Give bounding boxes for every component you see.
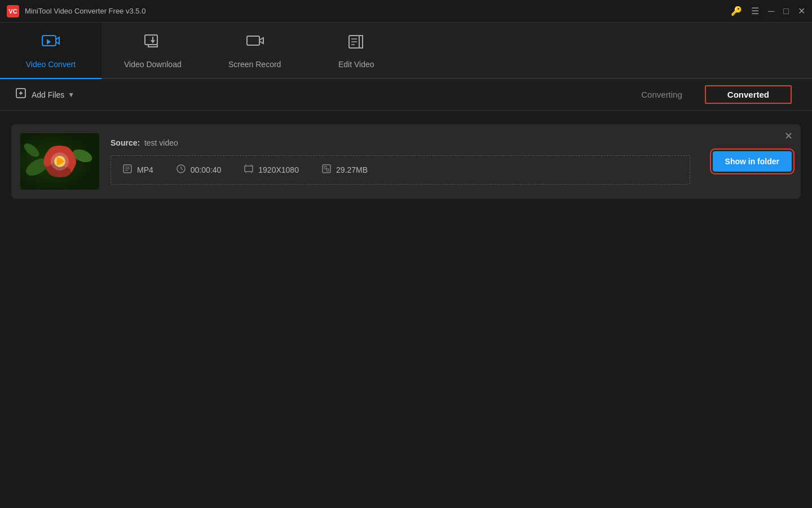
converted-tab-button[interactable]: Converted (705, 85, 792, 104)
format-icon (122, 164, 133, 176)
converting-tab-button[interactable]: Converting (619, 85, 705, 104)
toolbar: Add Files ▼ Converting Converted (0, 79, 812, 111)
tab-edit-video-label: Edit Video (338, 60, 374, 69)
svg-line-29 (181, 169, 183, 170)
add-files-label: Add Files (32, 90, 64, 99)
duration-detail: 00:00:40 (176, 164, 244, 176)
file-thumbnail (20, 133, 99, 190)
video-download-icon (143, 32, 162, 55)
close-card-button[interactable]: ✕ (784, 131, 793, 141)
maximize-icon[interactable]: □ (783, 6, 789, 16)
close-icon[interactable]: ✕ (798, 6, 805, 16)
resolution-value: 1920X1080 (258, 165, 299, 174)
menu-icon[interactable]: ☰ (751, 6, 759, 16)
key-icon[interactable]: 🔑 (731, 6, 742, 16)
tab-edit-video[interactable]: Edit Video (306, 23, 407, 78)
format-value: MP4 (137, 165, 153, 174)
size-icon (321, 164, 332, 176)
tab-switcher: Converting Converted (619, 85, 792, 104)
tab-screen-record[interactable]: Screen Record (204, 23, 306, 78)
svg-rect-36 (324, 167, 326, 169)
show-in-folder-button[interactable]: Show in folder (713, 151, 792, 172)
app-logo: VC (7, 5, 19, 17)
window-controls: 🔑 ☰ ─ □ ✕ (731, 6, 805, 16)
video-convert-icon (41, 32, 60, 55)
svg-rect-37 (326, 169, 329, 171)
svg-rect-30 (245, 166, 253, 172)
add-files-icon (16, 87, 28, 102)
tab-video-convert[interactable]: Video Convert (0, 23, 102, 79)
minimize-icon[interactable]: ─ (768, 6, 774, 16)
add-files-dropdown-icon[interactable]: ▼ (68, 91, 74, 99)
title-bar: VC MiniTool Video Converter Free v3.5.0 … (0, 0, 812, 23)
add-files-button[interactable]: Add Files ▼ (9, 82, 81, 107)
resolution-detail: 1920X1080 (244, 164, 321, 176)
source-label: Source: (111, 138, 140, 147)
tab-video-convert-label: Video Convert (26, 60, 76, 69)
svg-rect-3 (247, 36, 259, 45)
play-button-overlay[interactable] (51, 152, 69, 170)
edit-video-icon (347, 32, 366, 55)
file-info: Source: test video MP4 (111, 138, 690, 185)
tab-screen-record-label: Screen Record (228, 60, 281, 69)
format-detail: MP4 (122, 164, 176, 176)
resolution-icon (244, 164, 254, 176)
file-details-box: MP4 00:00:40 (111, 155, 690, 185)
size-value: 29.27MB (336, 165, 368, 174)
tab-video-download[interactable]: Video Download (102, 23, 204, 78)
nav-tabs: Video Convert Video Download Screen Reco… (0, 23, 812, 79)
duration-value: 00:00:40 (191, 165, 222, 174)
main-content: Source: test video MP4 (0, 111, 812, 508)
app-title: MiniTool Video Converter Free v3.5.0 (25, 7, 731, 15)
play-triangle-icon (57, 157, 65, 166)
file-source: Source: test video (111, 138, 690, 147)
clock-icon (176, 164, 186, 176)
file-card: Source: test video MP4 (11, 124, 801, 199)
tab-video-download-label: Video Download (124, 60, 182, 69)
source-name: test video (144, 138, 178, 147)
screen-record-icon (245, 32, 264, 55)
size-detail: 29.27MB (321, 164, 390, 176)
svg-rect-1 (145, 35, 157, 45)
